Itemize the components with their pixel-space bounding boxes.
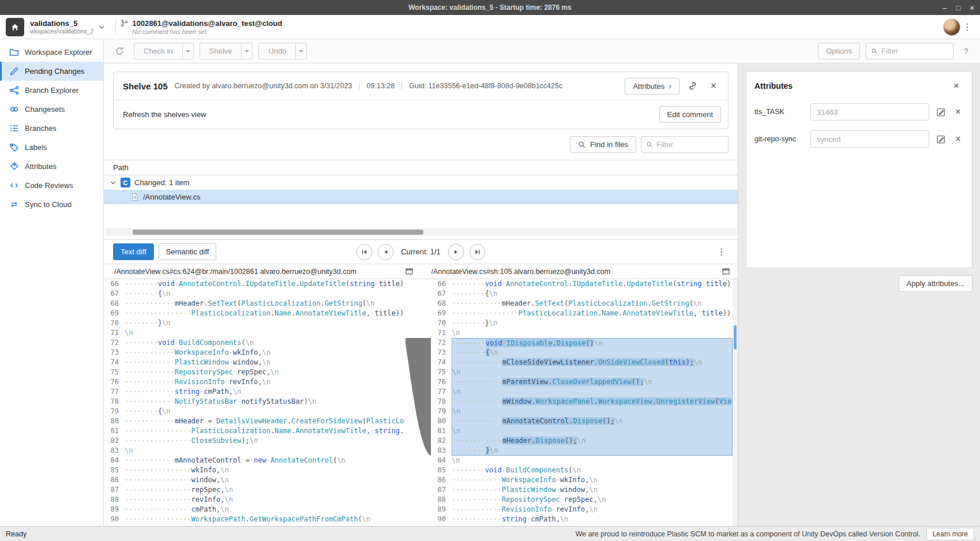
- sidebar-item-code-reviews[interactable]: Code Reviews: [0, 176, 103, 195]
- last-diff-button[interactable]: [470, 244, 486, 260]
- copy-link-button[interactable]: [684, 77, 701, 95]
- edit-attribute-icon[interactable]: [934, 133, 947, 145]
- help-icon[interactable]: ?: [959, 44, 973, 58]
- sidebar-item-branch-explorer[interactable]: Branch Explorer: [0, 81, 103, 100]
- options-button[interactable]: Options: [818, 43, 860, 59]
- workspace-selector[interactable]: validations_5 wkspaces/validations_2: [24, 19, 111, 35]
- edit-attribute-icon[interactable]: [934, 106, 947, 118]
- code-line: 87················repSpec,\n: [104, 485, 405, 495]
- edit-comment-button[interactable]: Edit comment: [659, 106, 721, 123]
- window-titlebar[interactable]: Workspace: validations_5 - Startup time:…: [0, 0, 980, 15]
- pencil-icon: [9, 66, 19, 77]
- line-number: 80: [431, 416, 452, 426]
- sidebar-item-pending-changes[interactable]: Pending Changes: [0, 62, 103, 81]
- code-line: 90············string·cmPath,\n: [431, 514, 733, 524]
- sidebar-item-sync-to-cloud[interactable]: Sync to Cloud: [0, 195, 103, 214]
- sidebar-item-attributes[interactable]: Attributes: [0, 157, 103, 176]
- kebab-menu-icon[interactable]: ⋮: [960, 21, 974, 32]
- sidebar-item-labels[interactable]: Labels: [0, 138, 103, 157]
- checkin-button-group: Check in: [134, 43, 194, 59]
- path-column-header[interactable]: Path: [104, 160, 738, 175]
- scrollbar-thumb[interactable]: [133, 230, 423, 235]
- code-line: 66········void·AnnotateControl.IUpdateTi…: [431, 279, 733, 289]
- undo-button[interactable]: Undo: [258, 43, 295, 59]
- maximize-pane-icon[interactable]: [405, 268, 413, 275]
- code-line: 89············RevisionInfo·revInfo,\n: [431, 505, 733, 514]
- line-number: 89: [431, 505, 452, 514]
- list-filter-input[interactable]: [656, 140, 723, 149]
- line-number: 73: [431, 348, 452, 358]
- shelve-dropdown[interactable]: [241, 43, 253, 59]
- code-line: 86················window,\n: [104, 475, 405, 485]
- line-number: 70: [104, 318, 125, 328]
- attributes-button-label: Attributes: [633, 82, 664, 91]
- apply-attributes-button[interactable]: Apply attributes...: [899, 275, 973, 292]
- toolbar-filter-input[interactable]: [881, 47, 948, 55]
- code-line: 70········}\n: [104, 318, 405, 328]
- diff-left-pane[interactable]: 66········void·AnnotateControl.IUpdateTi…: [104, 279, 405, 526]
- learn-more-button[interactable]: Learn more: [926, 528, 974, 540]
- close-attributes-icon[interactable]: ×: [949, 78, 964, 93]
- remove-attribute-icon[interactable]: ×: [952, 107, 964, 117]
- line-number: 82: [431, 436, 452, 446]
- file-path: /AnnotateView.cs: [143, 193, 201, 201]
- minimize-icon[interactable]: –: [943, 4, 947, 12]
- branch-icon: [121, 19, 129, 27]
- next-icon: [452, 248, 460, 256]
- close-icon[interactable]: ×: [970, 4, 974, 12]
- shelve-button[interactable]: Shelve: [200, 43, 242, 59]
- undo-dropdown[interactable]: [295, 43, 307, 59]
- checkin-button[interactable]: Check in: [134, 43, 182, 59]
- file-row[interactable]: /AnnotateView.cs: [104, 190, 738, 204]
- diff-right-pane[interactable]: 66········void·AnnotateControl.IUpdateTi…: [431, 279, 733, 526]
- sidebar-item-branches[interactable]: Branches: [0, 119, 103, 138]
- line-number: 71: [431, 328, 452, 338]
- horizontal-scrollbar[interactable]: [105, 228, 737, 236]
- line-number: 79: [431, 407, 452, 416]
- code-line: 68············mHeader.SetText(PlasticLoc…: [431, 299, 733, 309]
- attributes-button[interactable]: Attributes ›: [625, 78, 679, 95]
- refresh-button[interactable]: [111, 43, 128, 60]
- avatar[interactable]: [943, 18, 960, 36]
- line-number: 72: [104, 338, 125, 348]
- diff-right-title: /AnnotateView.cs#sh:105 alvaro.berruezo@…: [431, 268, 611, 276]
- previous-diff-button[interactable]: [377, 244, 393, 260]
- code-line: 90················WorkspacePath.GetWorks…: [104, 514, 405, 524]
- vertical-scrollbar[interactable]: [733, 279, 738, 526]
- scrollbar-thumb[interactable]: [734, 325, 737, 350]
- tab-text-diff[interactable]: Text diff: [113, 243, 154, 260]
- line-number: 69: [431, 309, 452, 318]
- sidebar-item-changesets[interactable]: Changesets: [0, 100, 103, 119]
- line-number: 87: [431, 485, 452, 495]
- next-diff-button[interactable]: [448, 244, 464, 260]
- line-number: 84: [104, 456, 125, 465]
- sidebar-item-workspace-explorer[interactable]: Workspace Explorer: [0, 43, 103, 62]
- maximize-icon[interactable]: □: [956, 4, 961, 12]
- pending-changes-view: Shelve 105 Created by alvaro.berruezo@un…: [104, 63, 738, 526]
- line-number: 85: [104, 465, 125, 475]
- attribute-value-input[interactable]: [810, 103, 929, 121]
- attribute-value-input[interactable]: [810, 130, 929, 148]
- code-line: 86············WorkspaceInfo·wkInfo,\n: [431, 475, 733, 485]
- diff-connector-gutter: [405, 279, 431, 526]
- toolbar-filter: [866, 43, 953, 59]
- attribute-icon: [9, 161, 19, 172]
- line-number: 68: [104, 299, 125, 309]
- sidebar-item-label: Attributes: [25, 162, 57, 171]
- remove-attribute-icon[interactable]: ×: [952, 134, 964, 144]
- first-diff-button[interactable]: [356, 244, 372, 260]
- changes-tree: C Changed: 1 item /AnnotateView.cs: [104, 175, 738, 204]
- last-icon: [474, 248, 482, 256]
- close-shelve-icon[interactable]: ×: [706, 78, 721, 93]
- maximize-pane-icon[interactable]: [722, 268, 730, 275]
- changed-group-row[interactable]: C Changed: 1 item: [104, 175, 738, 190]
- home-button[interactable]: [6, 18, 24, 36]
- sidebar-item-label: Branches: [25, 124, 57, 133]
- find-in-files-button[interactable]: Find in files: [570, 136, 636, 153]
- checkin-dropdown[interactable]: [182, 43, 194, 59]
- diff-code-area: 66········void·AnnotateControl.IUpdateTi…: [104, 279, 738, 526]
- code-line: 69················PlasticLocalization.Na…: [431, 309, 733, 318]
- diff-options-kebab-icon[interactable]: ⋮: [715, 246, 729, 257]
- tab-semantic-diff[interactable]: Semantic diff: [159, 243, 217, 260]
- divider: [401, 82, 402, 90]
